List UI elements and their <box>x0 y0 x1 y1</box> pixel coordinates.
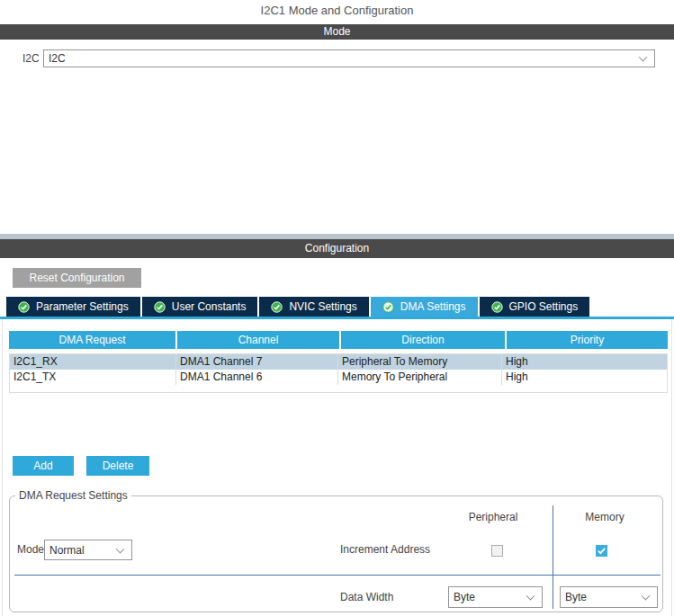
dma-mode-dropdown-value: Normal <box>49 544 85 557</box>
dma-table-header: DMA Request Channel Direction Priority <box>9 331 668 349</box>
tab-label: DMA Settings <box>400 300 466 313</box>
cell-dma-request: I2C1_TX <box>10 370 176 385</box>
memory-increment-checkbox[interactable] <box>596 545 607 557</box>
i2c1-config-panel: I2C1 Mode and Configuration Mode I2C I2C… <box>0 0 674 616</box>
page-title: I2C1 Mode and Configuration <box>0 4 674 17</box>
mode-label: Mode <box>17 540 44 560</box>
cell-direction: Memory To Peripheral <box>338 370 502 385</box>
chevron-down-icon <box>639 53 648 62</box>
data-width-label: Data Width <box>340 586 393 608</box>
peripheral-increment-checkbox[interactable] <box>491 545 503 557</box>
tab-label: User Constants <box>172 300 247 313</box>
i2c-label: I2C <box>22 49 40 67</box>
checkmark-icon <box>597 546 607 556</box>
tab-dma-settings[interactable]: DMA Settings <box>371 297 478 317</box>
col-header-direction[interactable]: Direction <box>341 331 505 349</box>
col-header-channel[interactable]: Channel <box>177 331 339 349</box>
tab-gpio-settings[interactable]: GPIO Settings <box>480 297 590 317</box>
cell-channel: DMA1 Channel 7 <box>176 354 338 370</box>
tab-label: GPIO Settings <box>509 300 579 313</box>
delete-button[interactable]: Delete <box>86 456 149 476</box>
tab-label: NVIC Settings <box>289 300 356 313</box>
cell-priority: High <box>502 370 663 385</box>
cell-dma-request: I2C1_RX <box>10 354 176 370</box>
check-icon <box>154 301 166 313</box>
peripheral-data-width-value: Byte <box>454 591 475 603</box>
reset-configuration-button[interactable]: Reset Configuration <box>13 268 141 288</box>
memory-data-width-dropdown[interactable]: Byte <box>560 586 658 608</box>
table-row[interactable]: I2C1_TX DMA1 Channel 6 Memory To Periphe… <box>10 370 667 385</box>
chevron-down-icon <box>116 544 125 553</box>
check-icon <box>18 301 30 313</box>
memory-data-width-value: Byte <box>565 591 587 603</box>
check-icon <box>491 301 503 313</box>
cell-priority: High <box>502 354 663 370</box>
table-row[interactable]: I2C1_RX DMA1 Channel 7 Peripheral To Mem… <box>10 354 667 370</box>
peripheral-memory-divider <box>553 505 553 609</box>
tab-label: Parameter Settings <box>36 300 129 313</box>
tab-user-constants[interactable]: User Constants <box>142 297 258 317</box>
i2c-mode-dropdown-value: I2C <box>49 52 66 65</box>
tab-nvic-settings[interactable]: NVIC Settings <box>259 297 368 317</box>
check-icon <box>271 301 283 313</box>
groupbox-legend: DMA Request Settings <box>15 489 131 502</box>
chevron-down-icon <box>642 592 651 601</box>
i2c-mode-dropdown[interactable]: I2C <box>43 49 655 67</box>
memory-column-label: Memory <box>560 511 650 523</box>
mode-section-header: Mode <box>0 24 674 40</box>
col-header-dma-request[interactable]: DMA Request <box>9 331 175 349</box>
dma-mode-dropdown[interactable]: Normal <box>44 540 132 560</box>
increment-address-label: Increment Address <box>340 540 430 560</box>
add-button[interactable]: Add <box>13 456 74 476</box>
settings-row-divider <box>14 575 661 576</box>
peripheral-data-width-dropdown[interactable]: Byte <box>448 586 543 608</box>
check-icon <box>382 301 394 313</box>
dma-table-body: I2C1_RX DMA1 Channel 7 Peripheral To Mem… <box>9 353 668 393</box>
peripheral-column-label: Peripheral <box>448 511 538 523</box>
cell-direction: Peripheral To Memory <box>338 354 502 370</box>
configuration-section-header: Configuration <box>0 239 674 258</box>
cell-channel: DMA1 Channel 6 <box>176 370 338 385</box>
tab-parameter-settings[interactable]: Parameter Settings <box>6 297 140 317</box>
chevron-down-icon <box>526 592 535 601</box>
configuration-tabbar: Parameter Settings User Constants NVIC S… <box>6 297 589 317</box>
col-header-priority[interactable]: Priority <box>507 331 668 349</box>
